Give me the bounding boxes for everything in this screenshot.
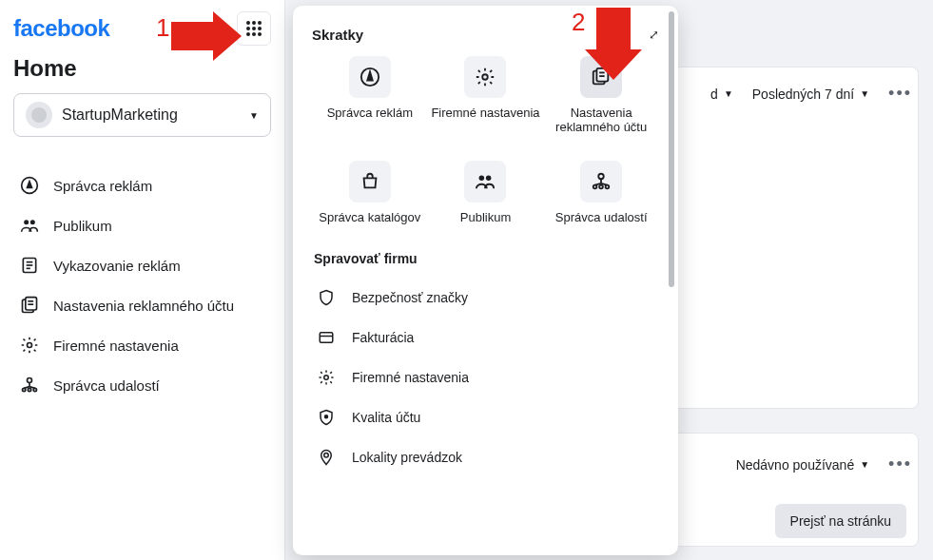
- avatar: [26, 102, 52, 128]
- link-label: Lokality prevádzok: [352, 450, 462, 465]
- sidebar-item-account-settings[interactable]: Nastavenia reklamného účtu: [13, 285, 271, 325]
- more-button[interactable]: •••: [888, 454, 912, 474]
- link-label: Firemné nastavenia: [352, 370, 469, 385]
- svg-rect-45: [320, 333, 333, 343]
- shortcut-catalogs[interactable]: Správca katalógov: [312, 161, 428, 224]
- svg-marker-30: [367, 72, 373, 81]
- popover-title: Skratky: [312, 27, 363, 43]
- audience-icon: [19, 215, 40, 236]
- gear-icon: [316, 367, 337, 388]
- svg-point-21: [28, 343, 32, 348]
- grid-icon: [245, 20, 262, 37]
- svg-point-2: [258, 21, 262, 25]
- svg-point-8: [258, 32, 262, 36]
- shortcut-label: Správca reklám: [327, 106, 413, 120]
- gear-icon: [19, 335, 40, 356]
- facebook-logo: facebook: [13, 15, 109, 42]
- svg-point-31: [483, 74, 489, 80]
- link-label: Fakturácia: [352, 330, 414, 345]
- annotation-arrow-1: [171, 11, 242, 61]
- annotation-label-2: 2: [572, 8, 585, 37]
- popover-link-list: Bezpečnosť značky Fakturácia Firemné nas…: [312, 278, 659, 477]
- shortcut-audience[interactable]: Publikum: [428, 161, 544, 224]
- popover-section-title: Spravovať firmu: [314, 251, 659, 266]
- catalog-icon: [360, 171, 380, 192]
- scrollbar[interactable]: [669, 11, 674, 287]
- svg-point-12: [30, 220, 35, 224]
- sidebar-item-label: Správca udalostí: [53, 377, 160, 394]
- annotation-arrow-2: [585, 8, 642, 80]
- sidebar-item-label: Nastavenia reklamného účtu: [53, 298, 234, 314]
- main-area: d ▼ Posledných 7 dní ▼ ••• Nedávno použí…: [285, 0, 933, 560]
- svg-point-37: [486, 176, 492, 182]
- shortcut-label: Správca udalostí: [555, 210, 648, 224]
- link-brand-safety[interactable]: Bezpečnosť značky: [312, 278, 659, 318]
- compass-icon: [360, 67, 380, 87]
- svg-point-25: [28, 388, 30, 391]
- svg-point-6: [246, 32, 250, 36]
- shortcut-label: Správca katalógov: [319, 210, 420, 224]
- sidebar-item-reporting[interactable]: Vykazovanie reklám: [13, 245, 271, 285]
- link-billing[interactable]: Fakturácia: [312, 318, 659, 357]
- svg-point-49: [324, 454, 329, 458]
- account-settings-icon: [19, 295, 40, 316]
- chevron-down-icon: ▼: [860, 459, 869, 470]
- recent-dropdown[interactable]: Nedávno používané ▼: [736, 457, 869, 473]
- shortcut-label: Nastavenia reklamného účtu: [543, 106, 659, 134]
- shortcut-ads-manager[interactable]: Správca reklám: [312, 56, 428, 134]
- svg-point-4: [252, 27, 256, 30]
- sidebar-item-audience[interactable]: Publikum: [13, 205, 271, 245]
- svg-rect-18: [26, 298, 37, 310]
- events-icon: [591, 171, 612, 192]
- sidebar-item-label: Firemné nastavenia: [53, 338, 179, 354]
- svg-point-5: [258, 27, 262, 30]
- sidebar-nav: Správca reklám Publikum Vykazovanie rekl…: [13, 165, 271, 405]
- sidebar-item-ads-manager[interactable]: Správca reklám: [13, 165, 271, 205]
- shortcut-label: Publikum: [460, 210, 511, 224]
- sidebar-item-events-manager[interactable]: Správca udalostí: [13, 365, 271, 405]
- link-account-quality[interactable]: Kvalita účtu: [312, 397, 659, 437]
- apps-popover: Skratky ⤢ Správca reklám Firemné nastave…: [293, 6, 678, 555]
- gear-icon: [475, 67, 496, 87]
- svg-marker-10: [28, 182, 32, 188]
- report-icon: [19, 255, 40, 276]
- svg-point-38: [598, 174, 604, 180]
- sidebar: facebook Home StartupMarketing ▼ Správca…: [0, 0, 285, 560]
- chevron-down-icon: ▼: [860, 88, 869, 99]
- link-store-locations[interactable]: Lokality prevádzok: [312, 437, 659, 477]
- account-selector[interactable]: StartupMarketing ▼: [13, 93, 271, 137]
- shortcut-grid: Správca reklám Firemné nastavenia Nastav…: [312, 56, 659, 224]
- link-label: Bezpečnosť značky: [352, 290, 468, 305]
- svg-point-41: [599, 185, 603, 189]
- date-range-dropdown[interactable]: Posledných 7 dní ▼: [752, 87, 869, 102]
- dropdown-label: d: [710, 87, 718, 102]
- goto-page-button[interactable]: Prejsť na stránku: [775, 504, 906, 538]
- sidebar-item-label: Publikum: [53, 218, 112, 234]
- shield-icon: [316, 287, 337, 308]
- sidebar-item-business-settings[interactable]: Firemné nastavenia: [13, 325, 271, 365]
- svg-point-22: [28, 378, 32, 383]
- dropdown-unknown[interactable]: d ▼: [710, 87, 733, 102]
- svg-point-0: [246, 21, 250, 25]
- more-button[interactable]: •••: [888, 84, 912, 104]
- shortcut-label: Firemné nastavenia: [431, 106, 539, 120]
- sidebar-item-label: Vykazovanie reklám: [53, 258, 181, 274]
- shortcut-business-settings[interactable]: Firemné nastavenia: [428, 56, 544, 134]
- svg-point-3: [246, 27, 250, 30]
- chevron-down-icon: ▼: [724, 88, 733, 99]
- svg-point-36: [479, 176, 485, 182]
- link-business-settings[interactable]: Firemné nastavenia: [312, 357, 659, 397]
- recent-label: Nedávno používané: [736, 457, 855, 473]
- chevron-down-icon: ▼: [249, 110, 259, 121]
- expand-icon[interactable]: ⤢: [649, 28, 659, 42]
- app-grid-button[interactable]: [237, 11, 271, 46]
- shortcut-events-manager[interactable]: Správca udalostí: [543, 161, 659, 224]
- svg-point-48: [325, 415, 328, 418]
- link-label: Kvalita účtu: [352, 410, 420, 425]
- sidebar-item-label: Správca reklám: [53, 178, 152, 194]
- date-range-label: Posledných 7 dní: [752, 87, 854, 102]
- svg-point-7: [252, 32, 256, 36]
- quality-icon: [316, 407, 337, 428]
- annotation-label-1: 1: [156, 13, 169, 43]
- location-icon: [316, 447, 337, 468]
